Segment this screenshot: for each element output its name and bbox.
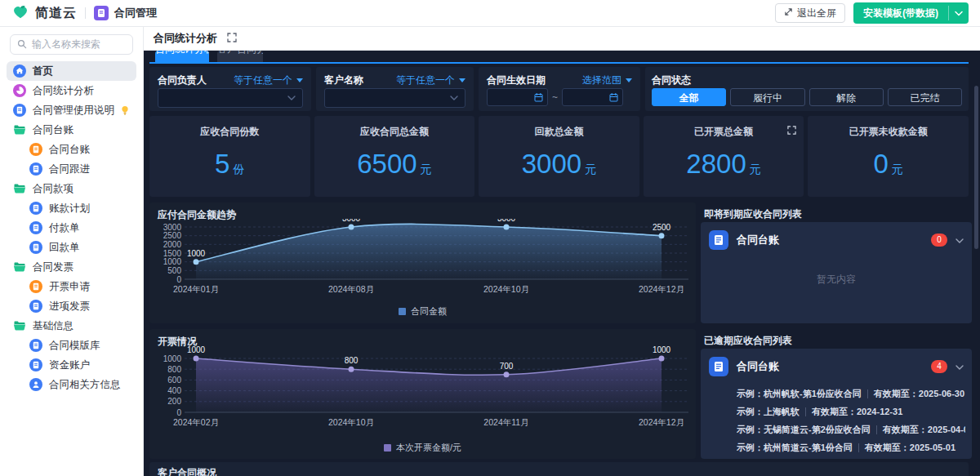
sidebar-item[interactable]: 资金账户 xyxy=(7,355,136,375)
sidebar-item[interactable]: 合同统计分析 xyxy=(7,81,136,100)
sidebar-item[interactable]: 回款单 xyxy=(7,238,136,257)
overdue-list-item[interactable]: 示例：上海帆软有效期至：2024-12-31 xyxy=(737,403,965,420)
chart-legend[interactable]: 本次开票金额/元 xyxy=(149,442,696,454)
filter-operator-dropdown[interactable]: 等于任意一个 xyxy=(234,73,303,87)
legend-label: 本次开票金额/元 xyxy=(396,442,461,454)
collapse-chevron-icon[interactable] xyxy=(956,233,964,247)
svg-text:2000: 2000 xyxy=(163,240,182,249)
sidebar-group[interactable]: 合同台账 xyxy=(7,120,136,140)
filter-customer-name: 客户名称 等于任意一个 xyxy=(316,67,474,111)
document-icon xyxy=(29,162,42,176)
svg-text:2024年11月: 2024年11月 xyxy=(483,417,528,427)
sidebar-item[interactable]: 进项发票 xyxy=(7,296,136,316)
svg-text:400: 400 xyxy=(167,386,181,395)
overdue-card-header[interactable]: 合同台账 4 xyxy=(709,357,964,376)
sidebar-item[interactable]: 合同跟进 xyxy=(7,159,136,179)
sidebar-menu: 首页合同统计分析合同管理使用说明合同台账合同台账合同跟进合同款项账款计划付款单回… xyxy=(0,60,143,396)
lightbulb-icon xyxy=(121,105,129,116)
dashboard-tab-2-clipped[interactable]: 客户合同分析 xyxy=(217,51,263,62)
exit-fullscreen-button[interactable]: 退出全屏 xyxy=(775,3,845,23)
sidebar-search-input[interactable]: 输入名称来搜索 xyxy=(10,34,133,55)
svg-text:2500: 2500 xyxy=(653,223,671,232)
top-header: 简道云 合同管理 退出全屏 安装模板(带数据) xyxy=(0,0,980,27)
install-dropdown-chevron[interactable] xyxy=(949,2,969,24)
upcoming-card-header[interactable]: 合同台账 0 xyxy=(709,230,964,250)
collapse-chevron-icon[interactable] xyxy=(956,359,964,374)
dashboard-tab-2-label: 客户合同分析 xyxy=(217,51,263,56)
svg-text:800: 800 xyxy=(167,365,181,374)
svg-text:1000: 1000 xyxy=(187,249,206,258)
app-name: 合同管理 xyxy=(114,6,157,20)
item-divider xyxy=(867,389,868,398)
contract-name: 示例：无锡简道云-第2份应收合同 xyxy=(737,424,871,436)
sidebar-item[interactable]: 合同管理使用说明 xyxy=(7,100,136,120)
tab-contract-stats[interactable]: 合同统计分析 xyxy=(154,31,217,46)
chart-legend[interactable]: 合同金额 xyxy=(149,305,696,318)
svg-text:800: 800 xyxy=(345,356,359,365)
home-icon xyxy=(13,65,26,78)
dashboard: 合同统计分析 客户合同分析 合同负责人 等于任意一个 客户名称 等于任意一个 xyxy=(144,51,980,476)
empty-placeholder: 暂无内容 xyxy=(701,273,972,287)
install-template-label[interactable]: 安装模板(带数据) xyxy=(853,2,948,24)
status-option-button[interactable]: 履行中 xyxy=(730,88,804,106)
expand-icon[interactable] xyxy=(787,123,796,138)
sidebar-item[interactable]: 首页 xyxy=(7,61,136,81)
header-divider xyxy=(85,7,86,19)
status-option-button[interactable]: 解除 xyxy=(809,88,884,106)
filter-operator-label: 选择范围 xyxy=(582,73,621,87)
filter-contract-status: 合同状态 全部履行中解除已完结 xyxy=(645,67,969,111)
clipped-section-title: 客户合同概况 xyxy=(158,466,216,476)
sidebar-item[interactable]: 开票申请 xyxy=(7,277,136,296)
valid-until: 有效期至：2025-05-01 xyxy=(865,442,956,454)
sidebar-group[interactable]: 合同发票 xyxy=(7,257,136,277)
sidebar-item[interactable]: 合同模版库 xyxy=(7,336,136,355)
dashboard-tab-1-clipped[interactable]: 合同统计分析 xyxy=(155,51,209,62)
overdue-list-item[interactable]: 示例：杭州帆软-第1份应收合同有效期至：2025-06-30 xyxy=(737,385,965,403)
current-app[interactable]: 合同管理 xyxy=(94,6,157,20)
dropdown-triangle-icon xyxy=(626,78,632,82)
status-option-button[interactable]: 全部 xyxy=(652,88,726,106)
sidebar-item-label: 付款单 xyxy=(49,221,80,235)
customer-name-select[interactable] xyxy=(324,88,466,108)
filter-effective-date: 合同生效日期 选择范围 ~ xyxy=(479,67,640,111)
sidebar-item-label: 合同发票 xyxy=(33,260,74,274)
sidebar-item[interactable]: 付款单 xyxy=(7,218,136,238)
overdue-list-item[interactable]: 示例：无锡简道云-第2份应收合同有效期至：2025-04-01 xyxy=(737,420,965,438)
sidebar-item[interactable]: 合同台账 xyxy=(7,140,136,159)
brand-logo[interactable]: 简道云 xyxy=(0,2,77,24)
dashboard-scrollbar[interactable] xyxy=(974,86,978,249)
expand-tab-icon[interactable] xyxy=(227,31,237,46)
logo-text: 简道云 xyxy=(35,5,77,22)
svg-text:2024年02月: 2024年02月 xyxy=(173,417,219,427)
contract-name: 示例：上海帆软 xyxy=(737,406,800,418)
exit-fullscreen-icon xyxy=(784,7,793,19)
document-icon xyxy=(13,104,26,117)
folder-icon xyxy=(13,261,26,273)
svg-text:2024年10月: 2024年10月 xyxy=(328,417,374,427)
overdue-card: 合同台账 4 示例：杭州帆软-第1份应收合同有效期至：2025-06-30示例：… xyxy=(701,349,972,459)
filter-operator-dropdown[interactable]: 等于任意一个 xyxy=(396,73,466,87)
sidebar-item[interactable]: 合同相关方信息 xyxy=(7,375,136,394)
install-template-split-button[interactable]: 安装模板(带数据) xyxy=(853,2,969,24)
overdue-list-item[interactable]: 示例：杭州简道云-第1份合同有效期至：2025-05-01 xyxy=(737,438,965,456)
svg-text:2500: 2500 xyxy=(163,231,182,240)
status-option-button[interactable]: 已完结 xyxy=(888,88,962,106)
svg-text:3000: 3000 xyxy=(163,223,182,232)
sidebar-group[interactable]: 基础信息 xyxy=(7,316,136,336)
sidebar-item[interactable]: 账款计划 xyxy=(7,198,136,218)
card-name: 合同台账 xyxy=(737,233,779,247)
svg-text:1500: 1500 xyxy=(163,249,182,258)
date-end-input[interactable] xyxy=(562,88,623,106)
sidebar-group[interactable]: 合同款项 xyxy=(7,179,136,198)
date-start-input[interactable] xyxy=(487,88,548,106)
filter-range-dropdown[interactable]: 选择范围 xyxy=(582,73,632,87)
status-button-group: 全部履行中解除已完结 xyxy=(652,88,962,106)
stat-value: 5份 xyxy=(149,149,310,180)
contract-owner-select[interactable] xyxy=(158,88,303,108)
svg-text:0: 0 xyxy=(176,275,181,284)
search-placeholder: 输入名称来搜索 xyxy=(32,38,100,51)
legend-swatch xyxy=(399,308,406,315)
svg-text:2024年08月: 2024年08月 xyxy=(328,284,374,294)
calendar-icon xyxy=(609,92,618,102)
stat-label: 回款总金额 xyxy=(479,125,639,139)
